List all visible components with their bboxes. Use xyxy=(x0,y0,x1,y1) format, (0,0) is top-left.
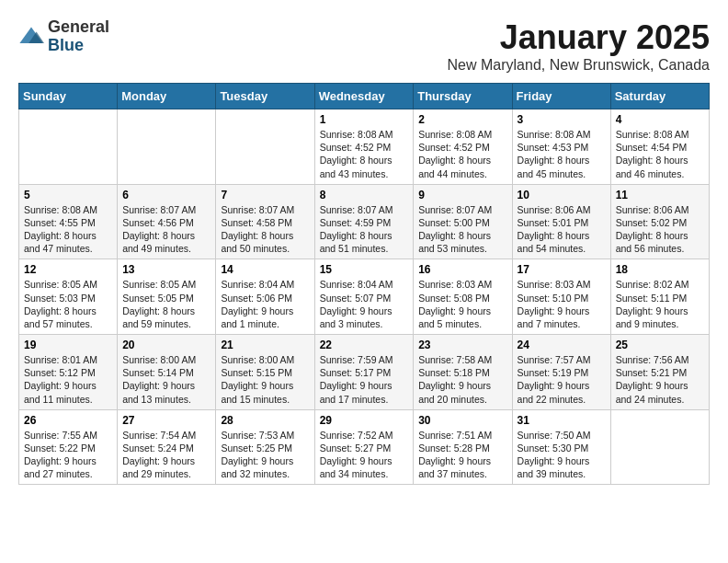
day-detail: Sunrise: 7:53 AM Sunset: 5:25 PM Dayligh… xyxy=(221,429,309,481)
day-detail: Sunrise: 7:54 AM Sunset: 5:24 PM Dayligh… xyxy=(122,429,210,481)
day-detail: Sunrise: 8:08 AM Sunset: 4:54 PM Dayligh… xyxy=(616,128,704,180)
day-number: 10 xyxy=(518,189,606,201)
calendar-cell: 1Sunrise: 8:08 AM Sunset: 4:52 PM Daylig… xyxy=(314,109,414,185)
calendar-subtitle: New Maryland, New Brunswick, Canada xyxy=(448,57,710,74)
calendar-cell: 8Sunrise: 8:07 AM Sunset: 4:59 PM Daylig… xyxy=(314,184,414,259)
day-number: 12 xyxy=(24,263,112,276)
calendar-header-saturday: Saturday xyxy=(610,84,709,109)
calendar-cell: 4Sunrise: 8:08 AM Sunset: 4:54 PM Daylig… xyxy=(610,109,709,185)
calendar-cell xyxy=(610,409,709,485)
day-detail: Sunrise: 8:00 AM Sunset: 5:15 PM Dayligh… xyxy=(221,353,309,406)
day-detail: Sunrise: 8:08 AM Sunset: 4:52 PM Dayligh… xyxy=(320,128,409,180)
calendar-header-tuesday: Tuesday xyxy=(216,84,314,109)
calendar-cell: 22Sunrise: 7:59 AM Sunset: 5:17 PM Dayli… xyxy=(314,335,414,410)
calendar-cell: 15Sunrise: 8:04 AM Sunset: 5:07 PM Dayli… xyxy=(314,259,414,335)
day-detail: Sunrise: 8:07 AM Sunset: 5:00 PM Dayligh… xyxy=(418,203,506,256)
calendar-cell: 7Sunrise: 8:07 AM Sunset: 4:58 PM Daylig… xyxy=(216,184,314,259)
calendar-week-row: 26Sunrise: 7:55 AM Sunset: 5:22 PM Dayli… xyxy=(19,409,710,485)
day-number: 31 xyxy=(518,414,606,427)
day-number: 24 xyxy=(518,339,606,351)
calendar-cell: 26Sunrise: 7:55 AM Sunset: 5:22 PM Dayli… xyxy=(19,409,118,485)
calendar-cell: 18Sunrise: 8:02 AM Sunset: 5:11 PM Dayli… xyxy=(610,259,709,335)
day-detail: Sunrise: 8:04 AM Sunset: 5:06 PM Dayligh… xyxy=(221,278,309,330)
day-number: 22 xyxy=(320,339,409,351)
calendar-cell: 6Sunrise: 8:07 AM Sunset: 4:56 PM Daylig… xyxy=(118,184,216,259)
calendar-header-sunday: Sunday xyxy=(19,84,118,109)
day-number: 18 xyxy=(616,263,704,276)
calendar-cell: 30Sunrise: 7:51 AM Sunset: 5:28 PM Dayli… xyxy=(414,409,512,485)
page-header: General Blue January 2025 New Maryland, … xyxy=(18,18,710,74)
calendar-cell: 2Sunrise: 8:08 AM Sunset: 4:52 PM Daylig… xyxy=(414,109,512,185)
day-detail: Sunrise: 8:01 AM Sunset: 5:12 PM Dayligh… xyxy=(24,353,112,406)
day-number: 17 xyxy=(518,263,606,276)
logo: General Blue xyxy=(18,18,109,55)
day-number: 23 xyxy=(418,339,506,351)
calendar-cell: 23Sunrise: 7:58 AM Sunset: 5:18 PM Dayli… xyxy=(414,335,512,410)
day-number: 26 xyxy=(24,414,112,427)
calendar-cell: 21Sunrise: 8:00 AM Sunset: 5:15 PM Dayli… xyxy=(216,335,314,410)
calendar-cell: 29Sunrise: 7:52 AM Sunset: 5:27 PM Dayli… xyxy=(314,409,414,485)
day-detail: Sunrise: 7:51 AM Sunset: 5:28 PM Dayligh… xyxy=(418,429,506,481)
calendar-cell: 5Sunrise: 8:08 AM Sunset: 4:55 PM Daylig… xyxy=(19,184,118,259)
day-detail: Sunrise: 7:55 AM Sunset: 5:22 PM Dayligh… xyxy=(24,429,112,481)
calendar-cell: 25Sunrise: 7:56 AM Sunset: 5:21 PM Dayli… xyxy=(610,335,709,410)
calendar-cell: 19Sunrise: 8:01 AM Sunset: 5:12 PM Dayli… xyxy=(19,335,118,410)
logo-blue: Blue xyxy=(48,36,84,54)
day-number: 3 xyxy=(518,113,606,126)
day-number: 2 xyxy=(418,113,506,126)
day-number: 16 xyxy=(418,263,506,276)
calendar-cell: 16Sunrise: 8:03 AM Sunset: 5:08 PM Dayli… xyxy=(414,259,512,335)
calendar-cell: 17Sunrise: 8:03 AM Sunset: 5:10 PM Dayli… xyxy=(512,259,610,335)
calendar-header-wednesday: Wednesday xyxy=(314,84,414,109)
logo-text: General Blue xyxy=(48,18,109,55)
day-number: 25 xyxy=(616,339,704,351)
day-number: 20 xyxy=(122,339,210,351)
calendar-header-row: SundayMondayTuesdayWednesdayThursdayFrid… xyxy=(19,84,710,109)
day-number: 21 xyxy=(221,339,309,351)
day-detail: Sunrise: 7:56 AM Sunset: 5:21 PM Dayligh… xyxy=(616,353,704,406)
day-detail: Sunrise: 8:04 AM Sunset: 5:07 PM Dayligh… xyxy=(320,278,409,330)
day-number: 30 xyxy=(418,414,506,427)
day-number: 5 xyxy=(24,189,112,201)
calendar-cell: 11Sunrise: 8:06 AM Sunset: 5:02 PM Dayli… xyxy=(610,184,709,259)
calendar-cell: 31Sunrise: 7:50 AM Sunset: 5:30 PM Dayli… xyxy=(512,409,610,485)
calendar-cell: 27Sunrise: 7:54 AM Sunset: 5:24 PM Dayli… xyxy=(118,409,216,485)
logo-general: General xyxy=(48,17,109,36)
calendar-header-monday: Monday xyxy=(118,84,216,109)
calendar-week-row: 12Sunrise: 8:05 AM Sunset: 5:03 PM Dayli… xyxy=(19,259,710,335)
calendar-week-row: 19Sunrise: 8:01 AM Sunset: 5:12 PM Dayli… xyxy=(19,335,710,410)
day-number: 4 xyxy=(616,113,704,126)
day-detail: Sunrise: 7:52 AM Sunset: 5:27 PM Dayligh… xyxy=(320,429,409,481)
day-detail: Sunrise: 8:08 AM Sunset: 4:55 PM Dayligh… xyxy=(24,203,112,256)
calendar-week-row: 1Sunrise: 8:08 AM Sunset: 4:52 PM Daylig… xyxy=(19,109,710,185)
calendar-cell xyxy=(19,109,118,185)
day-detail: Sunrise: 8:07 AM Sunset: 4:56 PM Dayligh… xyxy=(122,203,210,256)
day-detail: Sunrise: 8:00 AM Sunset: 5:14 PM Dayligh… xyxy=(122,353,210,406)
day-number: 8 xyxy=(320,189,409,201)
calendar-cell: 3Sunrise: 8:08 AM Sunset: 4:53 PM Daylig… xyxy=(512,109,610,185)
day-detail: Sunrise: 8:07 AM Sunset: 4:59 PM Dayligh… xyxy=(320,203,409,256)
day-detail: Sunrise: 8:05 AM Sunset: 5:03 PM Dayligh… xyxy=(24,278,112,330)
calendar-cell: 24Sunrise: 7:57 AM Sunset: 5:19 PM Dayli… xyxy=(512,335,610,410)
day-detail: Sunrise: 8:02 AM Sunset: 5:11 PM Dayligh… xyxy=(616,278,704,330)
calendar-cell: 14Sunrise: 8:04 AM Sunset: 5:06 PM Dayli… xyxy=(216,259,314,335)
day-detail: Sunrise: 8:06 AM Sunset: 5:01 PM Dayligh… xyxy=(518,203,606,256)
day-detail: Sunrise: 8:05 AM Sunset: 5:05 PM Dayligh… xyxy=(122,278,210,330)
day-number: 28 xyxy=(221,414,309,427)
day-number: 9 xyxy=(418,189,506,201)
day-detail: Sunrise: 7:59 AM Sunset: 5:17 PM Dayligh… xyxy=(320,353,409,406)
day-number: 6 xyxy=(122,189,210,201)
calendar-week-row: 5Sunrise: 8:08 AM Sunset: 4:55 PM Daylig… xyxy=(19,184,710,259)
day-detail: Sunrise: 7:50 AM Sunset: 5:30 PM Dayligh… xyxy=(518,429,606,481)
calendar-header-thursday: Thursday xyxy=(414,84,512,109)
day-number: 7 xyxy=(221,189,309,201)
day-detail: Sunrise: 8:06 AM Sunset: 5:02 PM Dayligh… xyxy=(616,203,704,256)
calendar-header-friday: Friday xyxy=(512,84,610,109)
day-number: 1 xyxy=(320,113,409,126)
calendar-cell: 20Sunrise: 8:00 AM Sunset: 5:14 PM Dayli… xyxy=(118,335,216,410)
calendar-cell: 28Sunrise: 7:53 AM Sunset: 5:25 PM Dayli… xyxy=(216,409,314,485)
day-number: 15 xyxy=(320,263,409,276)
day-number: 27 xyxy=(122,414,210,427)
day-detail: Sunrise: 7:58 AM Sunset: 5:18 PM Dayligh… xyxy=(418,353,506,406)
day-number: 11 xyxy=(616,189,704,201)
